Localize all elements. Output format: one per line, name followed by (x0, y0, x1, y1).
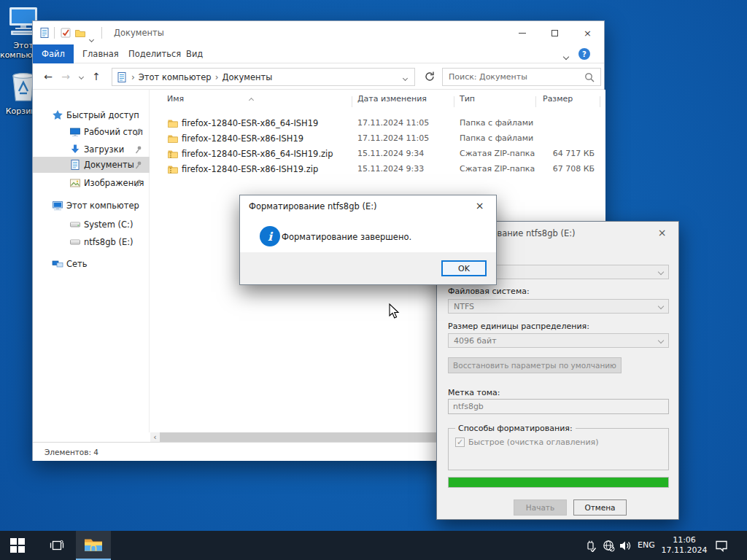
forward-button[interactable]: → (58, 63, 74, 90)
task-view-button[interactable] (42, 531, 71, 560)
format-complete-dialog: Форматирование ntfs8gb (E:) × i Форматир… (239, 195, 497, 285)
quick-format-checkbox: ✓ (455, 438, 465, 447)
ok-button[interactable]: OK (441, 260, 487, 276)
tab-share[interactable]: Поделиться (128, 44, 181, 63)
refresh-button[interactable] (424, 71, 436, 82)
action-center-icon[interactable] (715, 540, 729, 552)
sidebar-item-quick-access[interactable]: Быстрый доступ (33, 107, 150, 123)
sidebar-item-desktop[interactable]: Рабочий стол (33, 124, 150, 140)
start-button: Начать (514, 499, 567, 516)
maximize-button[interactable] (538, 21, 571, 44)
pictures-icon (69, 177, 81, 189)
tab-view[interactable]: Вид (186, 44, 203, 63)
up-button[interactable]: ↑ (88, 63, 104, 90)
column-header-name[interactable]: Имя (167, 94, 184, 112)
sidebar-item-system-c[interactable]: System (C:) (33, 217, 150, 233)
sidebar-item-documents[interactable]: Документы (33, 157, 150, 173)
ribbon-tabs: Файл Главная Поделиться Вид ? (33, 44, 604, 63)
taskbar: ENG 11:06 17.11.2024 (0, 531, 747, 560)
minimize-icon (519, 33, 526, 34)
tab-file[interactable]: Файл (33, 44, 74, 63)
file-row[interactable]: firefox-12840-ESR-x86-ISH19 17.11.2024 1… (150, 131, 605, 147)
documents-icon (69, 159, 81, 171)
column-header-type[interactable]: Тип (460, 94, 475, 112)
file-row[interactable]: firefox-12840-ESR-x86-ISH19.zip 15.11.20… (150, 162, 605, 177)
file-row[interactable]: firefox-12840-ESR-x86_64-ISH19.zip 15.11… (150, 147, 605, 162)
windows-logo-icon (10, 538, 25, 553)
clock-date: 17.11.2024 (662, 545, 708, 556)
breadcrumb-this-pc[interactable]: Этот компьютер (139, 72, 212, 82)
address-dropdown-icon[interactable] (403, 72, 407, 82)
help-button[interactable]: ? (578, 48, 590, 60)
sort-ascending-icon (249, 91, 253, 105)
chevron-down-icon (658, 338, 664, 343)
column-divider (352, 96, 352, 107)
network-globe-icon[interactable] (603, 540, 615, 552)
back-button[interactable]: ← (40, 63, 56, 90)
restore-defaults-button: Восстановить параметры по умолчанию (448, 357, 622, 373)
sidebar-item-pictures[interactable]: Изображения (33, 175, 150, 191)
sidebar-item-this-pc[interactable]: Этот компьютер (33, 198, 150, 214)
breadcrumb-separator: › (215, 72, 219, 82)
zip-folder-icon (167, 148, 179, 160)
format-dialog-close-button[interactable]: × (646, 222, 678, 244)
taskbar-clock[interactable]: 11:06 17.11.2024 (660, 531, 708, 560)
pin-icon (134, 145, 143, 154)
address-bar[interactable]: › Этот компьютер › Документы (112, 68, 415, 86)
navigation-pane: Быстрый доступ Рабочий стол Загрузки (33, 90, 150, 432)
taskbar-file-explorer-button[interactable] (76, 531, 111, 560)
pin-icon (134, 160, 143, 169)
search-input[interactable] (443, 72, 584, 82)
close-icon: × (584, 28, 592, 39)
column-divider (600, 96, 600, 107)
breadcrumb-documents[interactable]: Документы (222, 72, 272, 82)
check-icon: ✓ (457, 438, 463, 447)
msgbox-title: Форматирование ntfs8gb (E:) (249, 201, 377, 211)
column-header-size[interactable]: Размер (543, 94, 573, 112)
network-icon (52, 258, 63, 270)
allocation-unit-dropdown: 4096 байт (448, 333, 669, 348)
search-icon[interactable] (584, 72, 595, 82)
column-divider (454, 96, 454, 107)
file-row[interactable]: firefox-12840-ESR-x86_64-ISH19 17.11.202… (150, 116, 605, 131)
maximize-icon (551, 30, 558, 36)
chevron-down-icon (658, 269, 664, 275)
cancel-button[interactable]: Отмена (573, 499, 627, 516)
qat-customize-chevron-icon[interactable] (90, 31, 93, 44)
language-indicator[interactable]: ENG (638, 540, 655, 550)
sidebar-item-downloads[interactable]: Загрузки (33, 141, 150, 158)
qat-properties-icon[interactable] (60, 27, 71, 39)
scroll-left-arrow[interactable]: ‹ (150, 432, 160, 442)
format-progress-bar (448, 477, 669, 488)
volume-name-input (448, 399, 669, 414)
sidebar-item-network[interactable]: Сеть (33, 256, 150, 272)
document-location-icon (116, 71, 128, 83)
separator (101, 27, 102, 39)
allocation-unit-label: Размер единицы распределения: (448, 322, 589, 331)
breadcrumb-separator: › (131, 72, 135, 82)
qat-new-folder-icon[interactable] (74, 27, 86, 39)
document-window-icon (39, 27, 50, 39)
computer-icon (52, 200, 63, 211)
file-system-dropdown: NTFS (448, 299, 669, 314)
minimize-button[interactable] (506, 21, 538, 44)
navigation-bar: ← → ↑ › Этот компьютер › Документы (33, 63, 604, 90)
volume-label: Метка тома: (448, 388, 500, 397)
quick-format-label: Быстрое (очистка оглавления) (468, 438, 598, 447)
recent-locations-chevron-icon[interactable] (75, 63, 87, 90)
column-header-date[interactable]: Дата изменения (357, 94, 427, 112)
format-options-label: Способы форматирования: (455, 424, 576, 433)
disk-icon (69, 236, 81, 248)
close-button[interactable]: × (571, 21, 604, 44)
tab-home[interactable]: Главная (82, 44, 119, 63)
usb-safely-remove-icon[interactable] (585, 540, 597, 552)
chevron-down-icon (658, 303, 664, 309)
sidebar-item-ntfs8gb-e[interactable]: ntfs8gb (E:) (33, 234, 150, 250)
ribbon-collapse-icon[interactable] (564, 51, 568, 61)
msgbox-message: Форматирование завершено. (282, 232, 411, 242)
msgbox-close-button[interactable]: × (463, 195, 496, 216)
help-icon: ? (582, 50, 587, 58)
format-progress-fill (449, 478, 668, 487)
volume-icon[interactable] (619, 540, 632, 552)
start-button[interactable] (0, 531, 35, 560)
